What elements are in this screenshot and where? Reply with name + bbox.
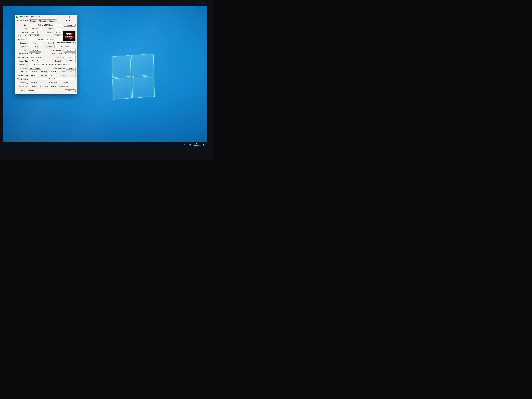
revision-value[interactable]: EF bbox=[55, 27, 62, 30]
crossfire-value[interactable]: Disabled bbox=[29, 77, 74, 80]
memory-type-value[interactable]: GDDR5 (Elpida) bbox=[29, 56, 42, 59]
memory-type-label: Memory Type bbox=[16, 57, 29, 58]
checkbox-label: OpenGL 4.6 bbox=[59, 85, 68, 87]
action-center-icon[interactable] bbox=[203, 143, 206, 147]
checkbox-directml[interactable]: DirectML bbox=[60, 82, 69, 83]
monitor-bezel: P221w TechPowerUp GPU-Z 2.32.0 – □ × bbox=[0, 0, 213, 160]
row-gpu: GPU Ellesmere Revision EF bbox=[16, 27, 62, 31]
row-crossfire: AMD CrossFire Disabled bbox=[16, 77, 76, 81]
checkbox-box bbox=[46, 82, 48, 83]
bus-width-label: Bus Width bbox=[42, 57, 65, 58]
driver-date-value[interactable]: May 25, 2020 bbox=[29, 67, 41, 70]
close-button[interactable]: Close bbox=[65, 89, 76, 92]
checkbox-physx[interactable]: PhysX bbox=[49, 85, 56, 87]
network-globe-icon[interactable] bbox=[184, 143, 187, 147]
driver-date-label: Driver Date bbox=[16, 67, 29, 69]
tab-sensors[interactable]: Sensors bbox=[29, 19, 37, 22]
tab-graphics-card[interactable]: Graphics Card bbox=[16, 19, 29, 22]
computing-label: Computing bbox=[16, 82, 29, 83]
checkbox-opengl[interactable]: OpenGL 4.6 bbox=[57, 85, 68, 87]
device-id-value[interactable]: 1002 67DF - 1DA2 E343 bbox=[56, 42, 76, 44]
taskbar-date: 18/06/2020 bbox=[194, 145, 201, 147]
tab-advanced[interactable]: Advanced bbox=[38, 19, 47, 22]
default-clock-value[interactable]: 1244 MHz bbox=[29, 74, 37, 77]
gpu-clock-value[interactable]: 1244 MHz bbox=[29, 70, 37, 73]
driver-version-value[interactable]: 27.20.1017.1011 (Adrenalin 20.5.1) DCH /… bbox=[29, 63, 74, 66]
volume-icon[interactable] bbox=[188, 143, 192, 147]
gpu-clock-memory-value[interactable]: 1750 MHz bbox=[48, 70, 56, 73]
row-subvendor: Subvendor Sapphire Device ID 1002 67DF -… bbox=[16, 41, 76, 45]
subvendor-value[interactable]: Sapphire bbox=[29, 42, 42, 44]
gpu-value[interactable]: Ellesmere bbox=[29, 27, 42, 30]
checkbox-cuda[interactable]: CUDA bbox=[38, 82, 45, 83]
row-driver-date: Driver Date May 25, 2020 Digital Signatu… bbox=[16, 66, 76, 70]
checkbox-box bbox=[29, 85, 31, 87]
pixel-fillrate-value[interactable]: 39.8 GPixel/s bbox=[29, 52, 41, 55]
title-bar[interactable]: TechPowerUp GPU-Z 2.32.0 – □ × bbox=[15, 15, 77, 19]
row-memory-size: Memory Size 4096 MB Bandwidth 224.0 GB/s bbox=[16, 59, 76, 63]
default-clock-memory-value[interactable]: 1750 MHz bbox=[48, 74, 56, 77]
card-selector-value: Radeon RX 570 Series bbox=[17, 90, 34, 92]
checkbox-ray-tracing[interactable]: Ray Tracing bbox=[37, 85, 48, 87]
checkbox-label: PhysX bbox=[51, 85, 56, 87]
texture-fillrate-value[interactable]: 159.2 GTexel/s bbox=[63, 52, 76, 55]
maximize-button[interactable]: □ bbox=[67, 15, 72, 19]
windows-logo-pane bbox=[131, 54, 154, 76]
pixel-fillrate-label: Pixel Fillrate bbox=[16, 53, 29, 55]
shaders-label: Shaders bbox=[16, 49, 29, 51]
release-date-value[interactable]: Apr 18, 2017 bbox=[29, 34, 40, 37]
amd-logo-text: AMD bbox=[66, 33, 71, 35]
die-size-value[interactable]: 232 mm² bbox=[54, 31, 62, 34]
gpu-clock-label: GPU Clock bbox=[16, 71, 29, 73]
digital-signature-value[interactable]: Beta bbox=[66, 67, 76, 70]
checkbox-box bbox=[57, 85, 59, 87]
row-pixel-fillrate: Pixel Fillrate 39.8 GPixel/s Texture Fil… bbox=[16, 52, 76, 56]
tab-validation[interactable]: Validation bbox=[47, 19, 57, 22]
chevron-down-icon: ▼ bbox=[49, 89, 52, 92]
checkbox-vulkan[interactable]: Vulkan bbox=[29, 85, 36, 87]
crossfire-label: AMD CrossFire bbox=[16, 78, 29, 80]
transistors-value[interactable]: 5700M bbox=[54, 34, 62, 37]
close-window-button[interactable]: × bbox=[72, 15, 76, 19]
screenshot-camera-icon[interactable] bbox=[65, 19, 67, 21]
gpuz-app-icon bbox=[16, 16, 18, 18]
memory-size-value[interactable]: 4096 MB bbox=[29, 60, 41, 62]
row-technologies: Technologies Vulkan Ray Tracing PhysX bbox=[16, 84, 76, 88]
lookup-button[interactable]: Lookup bbox=[63, 24, 76, 27]
menu-icon[interactable]: ≡ bbox=[73, 19, 75, 21]
bios-version-value[interactable]: 015.050.002.001.000000 bbox=[29, 38, 62, 41]
transistors-label: Transistors bbox=[40, 35, 54, 37]
bandwidth-value[interactable]: 224.0 GB/s bbox=[64, 60, 76, 62]
bus-interface-help-button[interactable]: ? bbox=[74, 46, 76, 48]
directx-support-value[interactable]: 12 (12_0) bbox=[65, 49, 76, 52]
row-driver-version: Driver Version 27.20.1017.1011 (Adrenali… bbox=[16, 63, 76, 66]
default-clock-memory-label: Memory bbox=[37, 75, 48, 76]
bios-version-label: BIOS Version bbox=[16, 38, 29, 40]
checkbox-opencl[interactable]: OpenCL bbox=[29, 82, 37, 83]
minimize-button[interactable]: – bbox=[63, 15, 67, 19]
taskbar-clock[interactable]: 19:04 18/06/2020 bbox=[194, 143, 201, 147]
row-release-date: Release Date Apr 18, 2017 Transistors 57… bbox=[16, 34, 62, 38]
tray-show-hidden-icons[interactable] bbox=[179, 143, 183, 147]
refresh-icon[interactable] bbox=[69, 19, 71, 21]
card-selector-dropdown[interactable]: Radeon RX 570 Series ▼ bbox=[16, 89, 52, 92]
driver-version-label: Driver Version bbox=[16, 64, 29, 66]
windows-logo-pane bbox=[112, 55, 131, 78]
windows-logo-pane bbox=[112, 77, 132, 100]
shaders-value[interactable]: 2048 Unified bbox=[29, 49, 41, 52]
technology-value[interactable]: 14 nm bbox=[29, 31, 38, 34]
gpu-clock-shader-value: N/A bbox=[67, 70, 76, 73]
default-clock-shader-value: N/A bbox=[67, 74, 76, 77]
graphics-card-panel: AMD RADEON GRAPHICS Name Radeon RX 570 S… bbox=[15, 22, 77, 89]
window-title: TechPowerUp GPU-Z 2.32.0 bbox=[19, 16, 40, 18]
name-value[interactable]: Radeon RX 570 Series bbox=[29, 24, 62, 26]
checkbox-directcompute[interactable]: DirectCompute bbox=[46, 82, 59, 83]
bus-width-value[interactable]: 256 bit bbox=[65, 56, 76, 59]
graphics-logo-text: GRAPHICS bbox=[66, 38, 73, 39]
row-technology: Technology 14 nm Die Size 232 mm² bbox=[16, 31, 62, 34]
checkbox-label: CUDA bbox=[41, 82, 45, 83]
row-computing: Computing OpenCL CUDA DirectCompute bbox=[16, 81, 76, 84]
rops-tmus-value[interactable]: 32 / 128 bbox=[29, 45, 38, 48]
bus-interface-value[interactable]: PCIe x16 3.0 @ x8 1.1 bbox=[54, 45, 73, 48]
digital-signature-label: Digital Signature bbox=[41, 67, 66, 69]
